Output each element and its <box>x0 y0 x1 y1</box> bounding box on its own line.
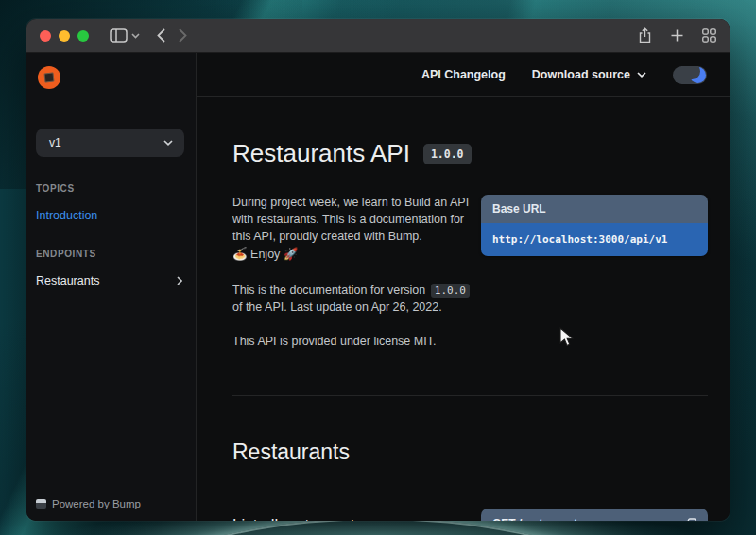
window-body: v1 TOPICS Introduction ENDPOINTS Restaur… <box>26 53 730 521</box>
titlebar-right-actions <box>638 27 716 43</box>
dark-mode-toggle[interactable] <box>673 66 707 84</box>
section-divider <box>232 395 708 396</box>
sidebar-item-restaurants[interactable]: Restaurants <box>36 274 184 287</box>
base-url-card: Base URL http://localhost:3000/api/v1 <box>481 195 708 256</box>
topics-heading: TOPICS <box>36 183 184 194</box>
sidebar-item-introduction[interactable]: Introduction <box>36 209 184 222</box>
tab-overview-icon[interactable] <box>702 28 716 43</box>
license-paragraph: This API is provided under license MIT. <box>232 334 708 351</box>
share-icon[interactable] <box>638 27 652 43</box>
sidebar: v1 TOPICS Introduction ENDPOINTS Restaur… <box>26 53 197 521</box>
method-path-label: GET /restaurants <box>492 517 584 521</box>
chevron-down-icon <box>637 72 646 78</box>
api-changelog-link[interactable]: API Changelog <box>421 68 506 81</box>
new-tab-plus-icon[interactable] <box>671 29 683 42</box>
main-content: API Changelog Download source Restaurant… <box>197 53 730 521</box>
base-url-value[interactable]: http://localhost:3000/api/v1 <box>481 223 708 256</box>
forward-icon[interactable] <box>179 28 187 43</box>
version-select[interactable]: v1 <box>36 129 184 157</box>
sidebar-item-label: Restaurants <box>36 274 99 287</box>
version-badge: 1.0.0 <box>423 144 472 164</box>
back-icon[interactable] <box>157 28 165 43</box>
endpoints-heading: ENDPOINTS <box>36 249 184 259</box>
app-window: v1 TOPICS Introduction ENDPOINTS Restaur… <box>26 19 730 521</box>
version-select-value: v1 <box>49 136 61 149</box>
version-text-after: of the API. Last update on Apr 26, 2022. <box>232 301 442 314</box>
version-paragraph: This is the documentation for version 1.… <box>232 283 476 317</box>
intro-emoji-line: 🍝 Enjoy 🚀 <box>232 247 471 264</box>
intro-paragraph-text: During project week, we learn to Build a… <box>232 196 469 243</box>
copy-icon[interactable] <box>685 518 696 521</box>
chevron-right-icon <box>177 276 182 285</box>
powered-by-label: Powered by Bump <box>52 498 141 509</box>
sidebar-toggle-chevron-icon[interactable] <box>131 33 140 39</box>
version-text-before: This is the documentation for version <box>232 284 425 297</box>
doc-scroll-area[interactable]: Restaurants API 1.0.0 During project wee… <box>197 97 730 521</box>
zoom-window-button[interactable] <box>77 30 89 42</box>
intro-section: During project week, we learn to Build a… <box>232 195 708 264</box>
window-titlebar <box>26 19 730 53</box>
chevron-down-icon <box>163 140 173 146</box>
base-url-header: Base URL <box>481 195 708 223</box>
restaurants-section-heading: Restaurants <box>232 440 708 465</box>
get-restaurants-card[interactable]: GET /restaurants <box>481 509 708 521</box>
intro-paragraph: During project week, we learn to Build a… <box>232 195 471 264</box>
download-source-label: Download source <box>532 68 630 81</box>
moon-icon <box>690 67 706 83</box>
logo-cube-icon <box>44 73 55 83</box>
api-logo[interactable] <box>38 66 60 89</box>
intro-text-column: During project week, we learn to Build a… <box>232 195 471 264</box>
powered-by-bump-link[interactable]: Powered by Bump <box>36 498 184 509</box>
top-navigation: API Changelog Download source <box>197 53 730 97</box>
page-title: Restaurants API 1.0.0 <box>232 139 708 168</box>
close-window-button[interactable] <box>40 30 51 42</box>
version-code-chip: 1.0.0 <box>431 284 470 298</box>
operation-heading: List all restaurants <box>232 516 363 521</box>
minimize-window-button[interactable] <box>59 30 70 42</box>
sidebar-toggle-icon[interactable] <box>110 28 128 43</box>
traffic-lights <box>40 30 89 42</box>
download-source-dropdown[interactable]: Download source <box>532 68 646 81</box>
operation-row: List all restaurants GET /restaurants <box>232 509 708 521</box>
get-restaurants-card-header: GET /restaurants <box>481 509 708 521</box>
bump-logo-icon <box>36 499 46 509</box>
api-title-text: Restaurants API <box>232 139 410 168</box>
